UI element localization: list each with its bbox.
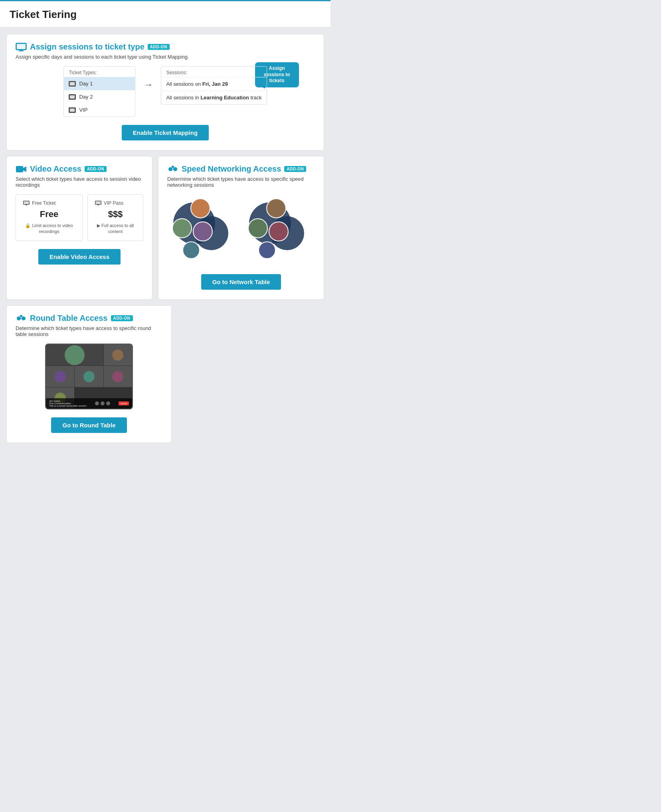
assign-sessions-badge: ADD-ON xyxy=(148,44,170,50)
empty-space xyxy=(177,305,324,443)
page-header: Ticket Tiering xyxy=(0,0,330,28)
speed-networking-badge: ADD-ON xyxy=(284,166,306,172)
assign-sessions-desc: Assign specific days and sessions to eac… xyxy=(16,54,315,60)
speed-networking-card: Speed Networking Access ADD-ON Determine… xyxy=(158,156,324,300)
svg-rect-14 xyxy=(24,202,29,204)
video-conference-mock: Jim Sutton One Communication This is a v… xyxy=(45,344,133,409)
vc-cell-1 xyxy=(104,344,132,365)
vc-body-text: This is a virtual round table session xyxy=(49,405,87,407)
ticket-icon-day1 xyxy=(69,81,76,87)
ticket-type-vip[interactable]: VIP xyxy=(64,103,135,117)
free-ticket-price: Free xyxy=(23,209,75,219)
video-access-title: Video Access xyxy=(30,164,81,174)
round-table-card: Round Table Access ADD-ON Determine whic… xyxy=(6,305,172,443)
vc-controls xyxy=(95,401,110,405)
vc-cell-2 xyxy=(46,366,74,387)
svg-rect-18 xyxy=(97,205,99,205)
free-ticket-header: Free Ticket xyxy=(23,200,75,206)
monitor-icon xyxy=(16,43,27,51)
sessions-container: Assign sessions to tickets Sessions: All… xyxy=(161,66,267,105)
avatar-6 xyxy=(248,218,268,238)
ticket-icon-day2 xyxy=(69,94,76,100)
ticket-cards-row: Free Ticket Free 🔒 Limit access to video… xyxy=(16,194,143,241)
monitor-icon-free xyxy=(23,201,30,205)
svg-rect-11 xyxy=(16,166,23,172)
vc-leave-btn[interactable]: Leave xyxy=(119,401,129,405)
round-table-header: Round Table Access ADD-ON xyxy=(16,314,162,323)
vc-bottom-bar: Jim Sutton One Communication This is a v… xyxy=(46,398,132,409)
round-table-icon xyxy=(16,314,27,323)
avatar-5 xyxy=(266,198,286,218)
ticket-day2-label: Day 2 xyxy=(79,94,93,100)
svg-rect-1 xyxy=(17,44,26,49)
session-row-1: All sessions on Fri, Jan 29 xyxy=(161,77,266,91)
enable-ticket-mapping-button[interactable]: Enable Ticket Mapping xyxy=(122,125,209,140)
vc-ctrl-1 xyxy=(95,401,99,405)
vc-ctrl-2 xyxy=(101,401,105,405)
video-access-badge: ADD-ON xyxy=(85,166,107,172)
session-row-2: All sessions in Learning Education track xyxy=(161,91,266,104)
vc-info: Jim Sutton One Communication This is a v… xyxy=(49,400,87,407)
avatar-3 xyxy=(193,221,213,241)
assign-sessions-title: Assign sessions to ticket type xyxy=(30,42,144,51)
video-access-desc: Select which ticket types have access to… xyxy=(16,176,143,188)
go-to-round-table-button[interactable]: Go to Round Table xyxy=(51,417,127,433)
ticket-type-day2[interactable]: Day 2 xyxy=(64,90,135,103)
networking-icon xyxy=(167,165,178,174)
speed-networking-title: Speed Networking Access xyxy=(182,164,281,174)
page-wrapper: Ticket Tiering Assign sessions to ticket… xyxy=(0,0,330,449)
assign-sessions-card: Assign sessions to ticket type ADD-ON As… xyxy=(6,34,324,150)
vc-cell-main xyxy=(46,344,103,365)
round-table-title: Round Table Access xyxy=(30,314,108,323)
video-access-header: Video Access ADD-ON xyxy=(16,164,143,174)
vc-cell-4 xyxy=(104,366,132,387)
free-ticket-label: Free Ticket xyxy=(32,200,55,206)
vip-ticket-header: VIP Pass xyxy=(95,200,136,206)
vip-ticket-desc: ▶ Full access to all content xyxy=(95,223,136,235)
roundtable-illustration: Jim Sutton One Communication This is a v… xyxy=(16,344,162,409)
cards-row-bottom: Round Table Access ADD-ON Determine whic… xyxy=(6,305,324,443)
go-to-network-table-button[interactable]: Go to Network Table xyxy=(201,274,281,290)
svg-rect-3 xyxy=(18,51,24,51)
main-content: Assign sessions to ticket type ADD-ON As… xyxy=(0,28,330,449)
svg-marker-12 xyxy=(23,166,26,172)
svg-rect-10 xyxy=(70,109,75,112)
vip-ticket-card: VIP Pass $$$ ▶ Full access to all conten… xyxy=(87,194,143,241)
video-access-card: Video Access ADD-ON Select which ticket … xyxy=(6,156,152,300)
free-ticket-desc: 🔒 Limit access to video recordings xyxy=(23,223,75,235)
enable-video-access-button[interactable]: Enable Video Access xyxy=(38,249,121,265)
avatar-4 xyxy=(182,241,200,259)
speed-networking-desc: Determine which ticket types have access… xyxy=(167,176,315,188)
vc-ctrl-3 xyxy=(106,401,110,405)
vip-ticket-price: $$$ xyxy=(95,209,136,219)
networking-illustration xyxy=(167,194,315,266)
ticket-day1-label: Day 1 xyxy=(79,81,93,87)
svg-rect-6 xyxy=(70,82,75,85)
ticket-types-label: Ticket Types: xyxy=(64,67,135,77)
ticket-vip-label: VIP xyxy=(79,107,87,113)
vip-ticket-label: VIP Pass xyxy=(104,200,123,206)
arrow-connector: → xyxy=(143,79,153,90)
page-title: Ticket Tiering xyxy=(10,8,321,21)
free-ticket-card: Free Ticket Free 🔒 Limit access to video… xyxy=(16,194,83,241)
cards-row-middle: Video Access ADD-ON Select which ticket … xyxy=(6,156,324,300)
vc-cell-3 xyxy=(75,366,103,387)
monitor-icon-vip xyxy=(95,201,101,205)
assign-sessions-header: Assign sessions to ticket type ADD-ON xyxy=(16,42,315,51)
avatar-7 xyxy=(269,221,289,241)
svg-rect-8 xyxy=(70,95,75,99)
avatar-8 xyxy=(258,241,276,259)
ticket-type-day1[interactable]: Day 1 xyxy=(64,77,135,90)
svg-rect-15 xyxy=(26,205,27,205)
ticket-types-box: Ticket Types: Day 1 xyxy=(63,66,135,117)
video-icon xyxy=(16,165,27,174)
round-table-badge: ADD-ON xyxy=(111,315,133,321)
svg-rect-17 xyxy=(96,202,101,204)
network-cluster-1 xyxy=(171,198,235,262)
speed-networking-header: Speed Networking Access ADD-ON xyxy=(167,164,315,174)
sessions-label: Sessions: xyxy=(161,67,266,77)
round-table-desc: Determine which ticket types have access… xyxy=(16,325,162,337)
ticket-mapping-illustration: Ticket Types: Day 1 xyxy=(34,66,297,117)
network-cluster-2 xyxy=(247,198,311,262)
avatar-2 xyxy=(172,218,192,238)
